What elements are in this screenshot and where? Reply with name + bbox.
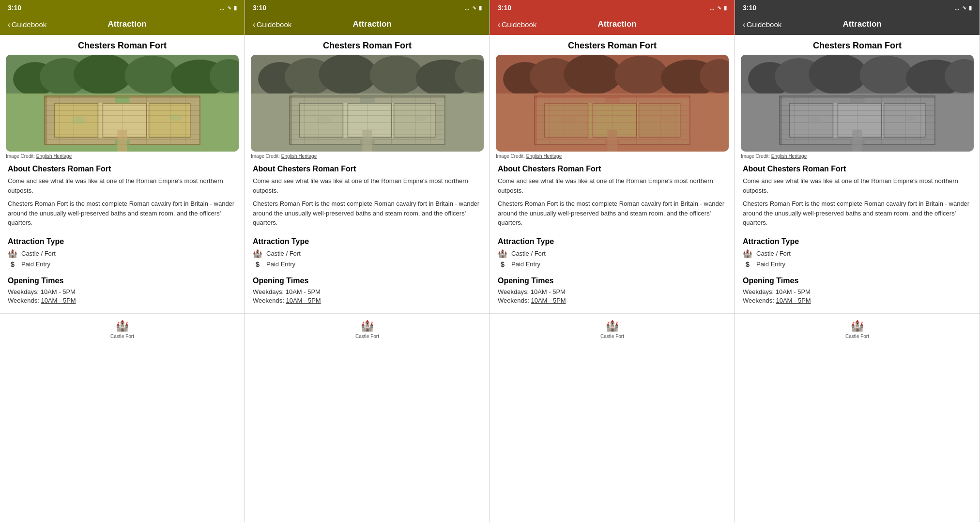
- image-credit: Image Credit: English Heritage: [0, 152, 245, 161]
- main-content: Chesters Roman Fort: [490, 35, 735, 522]
- status-icons: … ∿ ▮: [464, 5, 482, 11]
- signal-icon: …: [954, 5, 960, 11]
- status-time: 3:10: [498, 4, 511, 12]
- nav-bar: ‹ Guidebook Attraction: [245, 14, 490, 35]
- status-time: 3:10: [8, 4, 21, 12]
- opening-time-row-1: Weekends: 10AM - 5PM: [498, 297, 727, 304]
- opening-time-label-1: Weekends:: [8, 297, 41, 304]
- attr-row-0: 🏰 Castle / Fort: [498, 249, 727, 258]
- attr-row-1: $ Paid Entry: [253, 260, 482, 269]
- nav-bar: ‹ Guidebook Attraction: [735, 14, 980, 35]
- attraction-type-title: Attraction Type: [8, 237, 237, 246]
- bottom-tag-label: Castle Fort: [600, 334, 624, 339]
- opening-time-row-1: Weekends: 10AM - 5PM: [743, 297, 972, 304]
- opening-times-title: Opening Times: [743, 276, 972, 285]
- image-credit-link[interactable]: English Heritage: [36, 154, 72, 159]
- attr-icon-1: $: [743, 260, 752, 269]
- nav-back-button[interactable]: ‹ Guidebook: [498, 20, 536, 29]
- bottom-tag-bar: 🏰 Castle Fort: [0, 313, 245, 343]
- bottom-tag-item: 🏰 Castle Fort: [845, 320, 869, 339]
- svg-point-108: [809, 55, 867, 94]
- bottom-tag-label: Castle Fort: [110, 334, 134, 339]
- svg-point-73: [564, 55, 622, 94]
- main-content: Chesters Roman Fort: [735, 35, 980, 522]
- svg-point-33: [71, 116, 86, 124]
- attr-label-0: Castle / Fort: [756, 250, 791, 257]
- attr-row-0: 🏰 Castle / Fort: [743, 249, 972, 258]
- svg-rect-47: [394, 103, 435, 137]
- status-icons: … ∿ ▮: [709, 5, 727, 11]
- attr-icon-0: 🏰: [8, 249, 17, 258]
- wifi-icon: ∿: [227, 5, 231, 11]
- opening-times-title: Opening Times: [8, 276, 237, 285]
- opening-time-label-1: Weekends:: [253, 297, 286, 304]
- status-bar: 3:10 … ∿ ▮: [735, 0, 980, 14]
- attr-label-1: Paid Entry: [756, 261, 785, 268]
- page-title: Chesters Roman Fort: [245, 35, 490, 55]
- chevron-left-icon: ‹: [8, 20, 11, 29]
- bottom-tag-bar: 🏰 Castle Fort: [490, 313, 735, 343]
- phone-panel-darkolive: 3:10 … ∿ ▮ ‹ Guidebook Attraction Cheste…: [245, 0, 490, 522]
- nav-back-button[interactable]: ‹ Guidebook: [253, 20, 291, 29]
- svg-point-109: [860, 56, 913, 94]
- attr-icon-0: 🏰: [253, 249, 262, 258]
- page-title: Chesters Roman Fort: [735, 35, 980, 55]
- opening-time-value-1: 10AM - 5PM: [41, 297, 76, 304]
- image-credit-link[interactable]: English Heritage: [281, 154, 317, 159]
- svg-point-34: [170, 114, 182, 121]
- svg-rect-30: [45, 96, 200, 98]
- svg-point-3: [74, 55, 132, 94]
- svg-point-69: [415, 114, 427, 121]
- opening-time-value-1: 10AM - 5PM: [286, 297, 321, 304]
- nav-back-button[interactable]: ‹ Guidebook: [8, 20, 46, 29]
- opening-time-value-0: 10AM - 5PM: [41, 288, 76, 295]
- attr-row-1: $ Paid Entry: [8, 260, 237, 269]
- attr-row-0: 🏰 Castle / Fort: [253, 249, 482, 258]
- attr-label-1: Paid Entry: [21, 261, 50, 268]
- attraction-type-title: Attraction Type: [253, 237, 482, 246]
- opening-times-title: Opening Times: [498, 276, 727, 285]
- castle-tag-icon: 🏰: [851, 320, 864, 332]
- status-bar: 3:10 … ∿ ▮: [245, 0, 490, 14]
- attr-icon-1: $: [253, 260, 262, 269]
- svg-rect-31: [45, 96, 47, 144]
- status-time: 3:10: [253, 4, 266, 12]
- svg-rect-67: [362, 130, 372, 152]
- attr-icon-0: 🏰: [743, 249, 752, 258]
- image-credit: Image Credit: English Heritage: [735, 152, 980, 161]
- bottom-tag-label: Castle Fort: [355, 334, 379, 339]
- svg-point-103: [561, 116, 576, 124]
- attr-label-1: Paid Entry: [511, 261, 540, 268]
- page-title: Chesters Roman Fort: [490, 35, 735, 55]
- about-section: About Chesters Roman Fort Come and see w…: [245, 161, 490, 233]
- wifi-icon: ∿: [717, 5, 721, 11]
- image-credit-link[interactable]: English Heritage: [771, 154, 807, 159]
- attr-row-0: 🏰 Castle / Fort: [8, 249, 237, 258]
- chevron-left-icon: ‹: [743, 20, 746, 29]
- main-content: Chesters Roman Fort: [245, 35, 490, 522]
- opening-time-value-0: 10AM - 5PM: [776, 288, 811, 295]
- svg-rect-135: [780, 96, 935, 98]
- status-bar: 3:10 … ∿ ▮: [0, 0, 245, 14]
- attr-label-0: Castle / Fort: [511, 250, 546, 257]
- fort-image: [6, 55, 239, 152]
- nav-back-button[interactable]: ‹ Guidebook: [743, 20, 781, 29]
- phone-panel-red: 3:10 … ∿ ▮ ‹ Guidebook Attraction Cheste…: [490, 0, 735, 522]
- castle-tag-icon: 🏰: [361, 320, 374, 332]
- about-title: About Chesters Roman Fort: [253, 165, 482, 173]
- opening-time-row-1: Weekends: 10AM - 5PM: [253, 297, 482, 304]
- svg-rect-32: [117, 130, 127, 152]
- about-section: About Chesters Roman Fort Come and see w…: [490, 161, 735, 233]
- svg-rect-100: [535, 96, 690, 98]
- about-text2: Chesters Roman Fort is the most complete…: [8, 199, 237, 228]
- fort-image: [251, 55, 484, 152]
- svg-rect-117: [884, 103, 925, 137]
- castle-tag-icon: 🏰: [606, 320, 619, 332]
- image-credit-link[interactable]: English Heritage: [526, 154, 562, 159]
- opening-time-label-1: Weekends:: [498, 297, 531, 304]
- about-section: About Chesters Roman Fort Come and see w…: [735, 161, 980, 233]
- svg-rect-102: [607, 130, 617, 152]
- opening-times-title: Opening Times: [253, 276, 482, 285]
- wifi-icon: ∿: [472, 5, 476, 11]
- attr-label-0: Castle / Fort: [21, 250, 56, 257]
